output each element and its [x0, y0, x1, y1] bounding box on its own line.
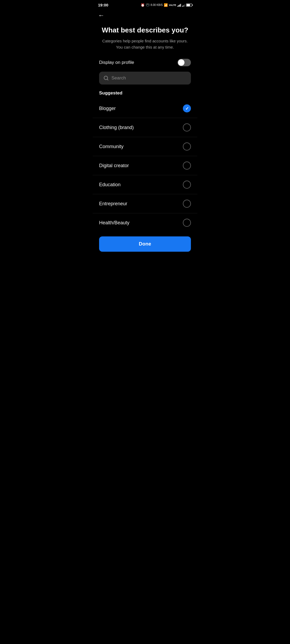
category-list: Blogger Clothing (brand) Community Digit…	[93, 99, 197, 232]
status-time: 19:00	[98, 3, 108, 7]
toggle-knob	[178, 59, 184, 66]
page-subtitle: Categories help people find accounts lik…	[99, 38, 191, 50]
wifi-icon: 📶	[164, 3, 168, 7]
category-name: Health/Beauty	[99, 220, 129, 226]
radio-selected-icon	[183, 104, 191, 112]
list-item[interactable]: Entrepreneur	[93, 194, 197, 213]
done-button-container: Done	[93, 232, 197, 256]
radio-unselected-icon	[183, 123, 191, 131]
header-section: What best describes you? Categories help…	[93, 21, 197, 53]
signal-icon	[177, 3, 181, 7]
signal-icon-2	[182, 3, 185, 7]
radio-unselected-icon	[183, 162, 191, 170]
category-name: Clothing (brand)	[99, 125, 134, 130]
list-item[interactable]: Education	[93, 175, 197, 194]
display-toggle-section: Display on profile	[93, 53, 197, 71]
display-on-profile-toggle[interactable]	[177, 59, 191, 66]
category-name: Education	[99, 182, 121, 188]
category-name: Blogger	[99, 106, 116, 111]
svg-line-1	[107, 79, 108, 80]
category-name: Digital creator	[99, 163, 129, 169]
list-item[interactable]: Blogger	[93, 99, 197, 118]
volte-icon: VoLTE	[169, 4, 176, 6]
list-item[interactable]: Health/Beauty	[93, 213, 197, 232]
list-item[interactable]: Community	[93, 137, 197, 156]
radio-unselected-icon	[183, 219, 191, 227]
list-item[interactable]: Digital creator	[93, 156, 197, 175]
status-icons: ⏰ 📳 8.00 KB/S 📶 VoLTE 69	[141, 3, 192, 7]
display-on-profile-label: Display on profile	[99, 60, 134, 65]
radio-unselected-icon	[183, 200, 191, 208]
radio-unselected-icon	[183, 181, 191, 189]
list-item[interactable]: Clothing (brand)	[93, 118, 197, 137]
search-box[interactable]	[99, 72, 191, 85]
page-title: What best describes you?	[99, 26, 191, 34]
category-name: Entrepreneur	[99, 201, 127, 207]
vibrate-icon: 📳	[146, 3, 150, 7]
network-speed: 8.00 KB/S	[151, 3, 163, 6]
search-icon	[103, 75, 109, 81]
battery-level: 69	[187, 4, 192, 6]
alarm-icon: ⏰	[141, 3, 145, 7]
battery-icon: 69	[186, 3, 192, 7]
category-name: Community	[99, 144, 124, 149]
search-container	[99, 72, 191, 85]
radio-unselected-icon	[183, 142, 191, 151]
suggested-section-label: Suggested	[93, 89, 197, 99]
done-button[interactable]: Done	[99, 236, 191, 252]
search-input[interactable]	[111, 75, 187, 81]
back-button[interactable]: ←	[93, 9, 197, 21]
back-arrow-icon: ←	[98, 12, 104, 19]
status-bar: 19:00 ⏰ 📳 8.00 KB/S 📶 VoLTE 69	[93, 0, 197, 9]
